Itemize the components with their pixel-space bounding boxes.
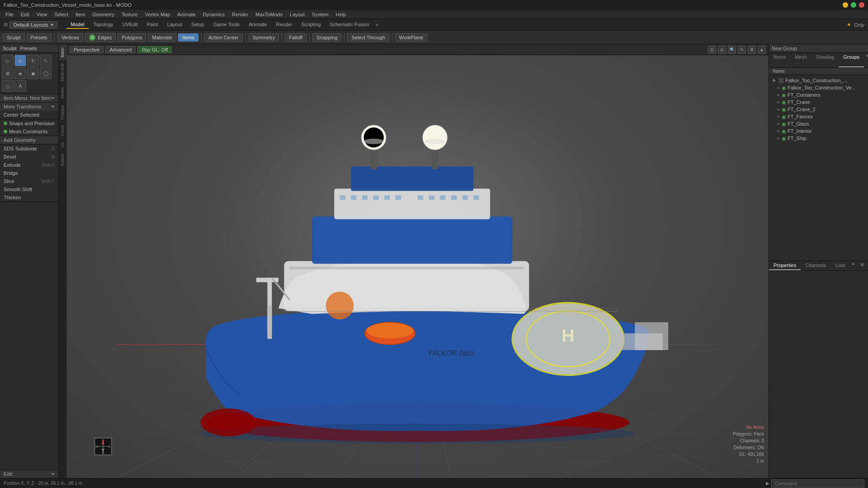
tree-item-2[interactable]: ▣ FT_Crane (771, 99, 866, 106)
add-tab-button[interactable]: + (374, 22, 380, 28)
bevel-item[interactable]: Bevel B (0, 153, 58, 161)
rpanel-mesh[interactable]: Mesh ... (790, 53, 811, 67)
tree-item-3[interactable]: ▣ FT_Crane_2 (771, 106, 866, 113)
select-through-button[interactable]: Select Through (347, 33, 389, 42)
expand-icon[interactable]: ⊞ (859, 261, 866, 270)
edit-header[interactable]: Edit (0, 470, 58, 478)
vp-icon-4[interactable]: ✎ (738, 46, 746, 54)
extrude-item[interactable]: Extrude Shift-X (0, 161, 58, 169)
menu-file[interactable]: File (2, 12, 17, 17)
menu-maxtomodo[interactable]: MaxToModo (252, 12, 286, 17)
rpanel-shading[interactable]: Shading (811, 53, 839, 67)
falloff-button[interactable]: Falloff (285, 33, 307, 42)
menu-vertexmap[interactable]: Vertex Map (142, 12, 174, 17)
tree-root[interactable]: ⬛ Falkor_Too_Construction_... (771, 77, 866, 84)
select-button[interactable]: Vertices (57, 33, 83, 42)
minimize-button[interactable]: – (843, 2, 848, 8)
layout-dropdown[interactable]: Default Layouts (9, 21, 57, 28)
tab-layout[interactable]: Layout (163, 21, 187, 29)
channels-tab[interactable]: Channels (801, 261, 830, 270)
menu-edit[interactable]: Edit (17, 12, 33, 17)
edges-button[interactable]: 3 Edges (85, 33, 116, 42)
tab-setup[interactable]: Setup (187, 21, 209, 29)
tab-render[interactable]: Render (271, 21, 297, 29)
polygons-button[interactable]: Polygons (118, 33, 146, 42)
maximize-button[interactable]: □ (851, 2, 856, 8)
tree-item-7[interactable]: ▣ FT_Ship (771, 135, 866, 142)
slice-item[interactable]: Slice Shift-C (0, 177, 58, 185)
center-selected-item[interactable]: Center Selected (0, 111, 58, 119)
vp-icon-2[interactable]: ◎ (718, 46, 726, 54)
tab-animate[interactable]: Animate (244, 21, 271, 29)
tool-c[interactable]: ◯ (40, 67, 52, 79)
tab-gametools[interactable]: Game Tools (209, 21, 245, 29)
collapse-icon[interactable]: ⊟ (866, 261, 868, 270)
tool-move[interactable]: ⊕ (14, 55, 26, 66)
tree-item-1[interactable]: ▣ FT_Containers (771, 91, 866, 99)
tool-b[interactable]: ◉ (27, 67, 39, 79)
tool-scale[interactable]: ⤡ (40, 55, 52, 66)
menu-layout[interactable]: Layout (286, 12, 308, 17)
sds-subdivide-item[interactable]: SDS Subdivide D (0, 145, 58, 153)
properties-tab[interactable]: Properties (769, 261, 801, 270)
workplane-button[interactable]: WorkPlane (395, 33, 428, 42)
vsbar-polygon[interactable]: Polygon (59, 102, 66, 122)
tab-model[interactable]: Model (66, 21, 89, 29)
viewport[interactable]: Perspective Advanced Ray GL: Off ⊡ ◎ 🔍 ✎… (67, 44, 769, 478)
symmetry-button[interactable]: Symmetry (249, 33, 279, 42)
sculpt-button[interactable]: Sculpt (3, 33, 25, 42)
vsbar-uv[interactable]: UV (59, 139, 66, 150)
rpanel-add-tab[interactable]: + (864, 53, 868, 67)
advanced-btn[interactable]: Advanced (105, 46, 136, 53)
presets-button[interactable]: Presets (27, 33, 52, 42)
vp-icon-1[interactable]: ⊡ (708, 46, 716, 54)
vp-icon-5[interactable]: ⚙ (748, 46, 756, 54)
menu-view[interactable]: View (33, 12, 51, 17)
vp-icon-6[interactable]: ▲ (758, 46, 766, 54)
tool-transform[interactable]: ⊞ (2, 67, 14, 79)
thicken-item[interactable]: Thicken (0, 193, 58, 202)
perspective-btn[interactable]: Perspective (70, 46, 104, 53)
items-button[interactable]: Items (178, 33, 198, 42)
lists-tab[interactable]: Lists (831, 261, 850, 270)
menu-geometry[interactable]: Geometry (89, 12, 118, 17)
tool-d[interactable]: △ (2, 80, 14, 92)
menu-animate[interactable]: Animate (174, 12, 199, 17)
vp-icon-3[interactable]: 🔍 (728, 46, 736, 54)
menu-item[interactable]: Item (72, 12, 89, 17)
vsbar-fusion[interactable]: Fusion (59, 150, 66, 169)
tool-rotate[interactable]: ↻ (27, 55, 39, 66)
mesh-constraints-item[interactable]: Mesh Constraints (0, 127, 58, 136)
tool-e[interactable]: A (14, 80, 26, 92)
menu-dynamics[interactable]: Dynamics (199, 12, 228, 17)
tool-select[interactable]: ▷ (2, 55, 14, 66)
action-center-button[interactable]: Action Center (204, 33, 243, 42)
tool-a[interactable]: ◈ (14, 67, 26, 79)
vsbar-curve[interactable]: Curve (59, 122, 66, 139)
snaps-precision-item[interactable]: Snaps and Precision (0, 119, 58, 127)
menu-render[interactable]: Render (228, 12, 252, 17)
more-transforms-header[interactable]: More Transforms (0, 103, 58, 111)
item-menu-header[interactable]: Item Menu: New Item (0, 94, 58, 102)
ray-gl-btn[interactable]: Ray GL: Off (137, 46, 172, 53)
tree-item-0[interactable]: ▣ Falkor_Too_Construction_Ve... (771, 84, 866, 91)
tab-schematic-fusion[interactable]: Schematic Fusion (325, 21, 373, 29)
vsbar-mesh-edit[interactable]: Mesh Edit (59, 60, 66, 84)
command-input[interactable] (771, 479, 864, 488)
menu-select[interactable]: Select (51, 12, 72, 17)
tab-topology[interactable]: Topology (89, 21, 118, 29)
rpanel-groups[interactable]: Groups (839, 53, 864, 67)
tree-item-6[interactable]: ▣ FT_Interior (771, 127, 866, 135)
rpanel-items[interactable]: Items (769, 53, 790, 67)
bridge-item[interactable]: Bridge (0, 169, 58, 177)
menu-system[interactable]: System (308, 12, 332, 17)
tab-uvedit[interactable]: UVEdit (118, 21, 142, 29)
smooth-shift-item[interactable]: Smooth Shift (0, 185, 58, 193)
3d-viewport[interactable]: H FALKOR (too) (67, 55, 769, 478)
close-button[interactable]: × (859, 2, 864, 8)
vsbar-vertex[interactable]: Vertex (59, 84, 66, 102)
materials-button[interactable]: Materials (148, 33, 176, 42)
tab-paint[interactable]: Paint (142, 21, 163, 29)
menu-help[interactable]: Help (332, 12, 350, 17)
tree-item-5[interactable]: ▣ FT_Glass (771, 120, 866, 127)
